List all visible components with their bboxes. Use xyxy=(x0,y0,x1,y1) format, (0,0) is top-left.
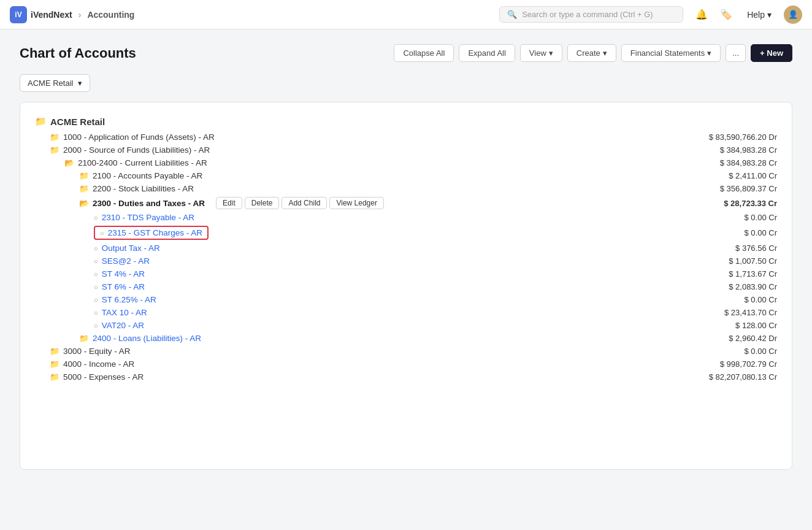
item-label: ST 4% - AR xyxy=(102,269,145,278)
item-link[interactable]: ST 6.25% - AR xyxy=(102,295,156,304)
item-amount: $ 998,702.79 Cr xyxy=(720,359,777,369)
page-actions: Collapse All Expand All View ▾ Create ▾ … xyxy=(394,44,792,62)
item-amount: $ 0.00 Cr xyxy=(745,295,777,304)
item-label: 2200 - Stock Liabilities - AR xyxy=(93,184,194,193)
create-button[interactable]: Create ▾ xyxy=(567,44,616,62)
avatar[interactable]: 👤 xyxy=(784,6,802,24)
view-button[interactable]: View ▾ xyxy=(520,44,562,62)
item-amount: $ 376.56 Cr xyxy=(735,244,777,253)
tree-row: 📁 1000 - Application of Funds (Assets) -… xyxy=(35,131,777,144)
folder-open-icon: 📂 xyxy=(79,199,89,208)
tree-row: 📁 4000 - Income - AR $ 998,702.79 Cr xyxy=(35,358,777,371)
folder-icon: 📁 xyxy=(50,145,59,155)
folder-icon: 📁 xyxy=(79,171,89,180)
item-link[interactable]: VAT20 - AR xyxy=(102,321,144,330)
edit-button[interactable]: Edit xyxy=(216,197,242,209)
module-name: Accounting xyxy=(87,10,134,20)
folder-icon: 📁 xyxy=(50,359,59,369)
item-amount: $ 2,960.42 Dr xyxy=(729,334,777,343)
item-amount: $ 356,809.37 Cr xyxy=(720,184,777,193)
item-link[interactable]: ST 6% - AR xyxy=(102,282,145,291)
item-amount: $ 0.00 Cr xyxy=(745,213,777,222)
tree-row: ○ ST 6% - AR $ 2,083.90 Cr xyxy=(35,280,777,293)
brand-name: iVendNext xyxy=(31,10,72,20)
company-selector[interactable]: ACME Retail ▾ xyxy=(20,74,90,92)
item-label: 2400 - Loans (Liabilities) - AR xyxy=(93,334,201,343)
item-label: 2300 - Duties and Taxes - AR xyxy=(93,199,205,208)
item-link[interactable]: 2400 - Loans (Liabilities) - AR xyxy=(93,334,201,343)
circle-icon: ○ xyxy=(100,229,104,237)
folder-icon: 📁 xyxy=(79,334,89,343)
item-label: 5000 - Expenses - AR xyxy=(63,372,144,382)
tree-row: 📂 2300 - Duties and Taxes - AR Edit Dele… xyxy=(35,195,777,211)
item-link[interactable]: Output Tax - AR xyxy=(102,244,160,253)
navbar: iV iVendNext › Accounting 🔍 Search or ty… xyxy=(0,0,812,29)
circle-icon: ○ xyxy=(94,245,98,252)
item-amount: $ 23,413.70 Cr xyxy=(724,308,777,317)
tree-row: 📁 5000 - Expenses - AR $ 82,207,080.13 C… xyxy=(35,371,777,383)
item-label: SES@2 - AR xyxy=(102,256,150,266)
new-button[interactable]: + New xyxy=(751,44,792,62)
collapse-all-button[interactable]: Collapse All xyxy=(394,44,454,62)
view-ledger-button[interactable]: View Ledger xyxy=(329,197,384,209)
item-label: 1000 - Application of Funds (Assets) - A… xyxy=(63,132,215,142)
item-label: ST 6% - AR xyxy=(102,282,145,291)
tree-row: 📁 2000 - Source of Funds (Liabilities) -… xyxy=(35,144,777,156)
tree-row: 📁 3000 - Equity - AR $ 0.00 Cr xyxy=(35,345,777,358)
item-amount: $ 83,590,766.20 Dr xyxy=(709,132,777,142)
circle-icon: ○ xyxy=(94,322,98,329)
circle-icon: ○ xyxy=(94,214,98,221)
tree-row: 📁 2400 - Loans (Liabilities) - AR $ 2,96… xyxy=(35,332,777,345)
notifications-icon[interactable]: 🔔 xyxy=(693,6,710,23)
item-link[interactable]: TAX 10 - AR xyxy=(102,308,147,317)
delete-button[interactable]: Delete xyxy=(245,197,280,209)
expand-all-button[interactable]: Expand All xyxy=(459,44,515,62)
root-label: ACME Retail xyxy=(50,117,105,127)
item-label: VAT20 - AR xyxy=(102,321,144,330)
view-chevron-icon: ▾ xyxy=(549,48,553,58)
help-chevron-icon: ▾ xyxy=(767,10,772,20)
item-label: 2100-2400 - Current Liabilities - AR xyxy=(78,158,207,167)
create-chevron-icon: ▾ xyxy=(603,48,607,58)
more-button[interactable]: ... xyxy=(726,44,746,62)
item-link[interactable]: ST 4% - AR xyxy=(102,269,145,278)
item-link[interactable]: SES@2 - AR xyxy=(102,256,150,266)
company-name: ACME Retail xyxy=(28,79,73,88)
search-bar[interactable]: 🔍 Search or type a command (Ctrl + G) xyxy=(499,6,683,23)
circle-icon: ○ xyxy=(94,309,98,317)
help-button[interactable]: Help ▾ xyxy=(742,7,776,22)
item-label: TAX 10 - AR xyxy=(102,308,147,317)
item-label: 3000 - Equity - AR xyxy=(63,347,131,356)
page-title: Chart of Accounts xyxy=(20,45,136,61)
app-logo: iV xyxy=(10,6,27,23)
circle-icon: ○ xyxy=(94,271,98,278)
folder-icon: 📁 xyxy=(50,132,59,142)
item-label: ST 6.25% - AR xyxy=(102,295,156,304)
item-label: 4000 - Income - AR xyxy=(63,359,134,369)
financial-statements-button[interactable]: Financial Statements ▾ xyxy=(621,44,721,62)
row-actions: Edit Delete Add Child View Ledger xyxy=(216,197,384,209)
item-amount: $ 2,083.90 Cr xyxy=(729,282,777,291)
circle-icon: ○ xyxy=(94,283,98,291)
main-content: Chart of Accounts Collapse All Expand Al… xyxy=(0,29,812,485)
item-label: Output Tax - AR xyxy=(102,244,160,253)
add-child-button[interactable]: Add Child xyxy=(282,197,327,209)
item-amount: $ 0.00 Cr xyxy=(745,228,777,237)
tree-container: 📁 ACME Retail 📁 1000 - Application of Fu… xyxy=(20,102,792,470)
item-amount: $ 384,983.28 Cr xyxy=(720,158,777,167)
item-link[interactable]: 2315 - GST Charges - AR xyxy=(108,228,202,237)
fs-chevron-icon: ▾ xyxy=(707,48,711,58)
root-folder-icon: 📁 xyxy=(35,116,47,127)
item-link[interactable]: 2310 - TDS Payable - AR xyxy=(102,213,194,222)
search-placeholder: Search or type a command (Ctrl + G) xyxy=(522,10,653,19)
tree-row: ○ TAX 10 - AR $ 23,413.70 Cr xyxy=(35,306,777,319)
folder-icon: 📁 xyxy=(50,372,59,382)
item-amount: $ 2,411.00 Cr xyxy=(729,171,777,180)
tree-row: ○ ST 4% - AR $ 1,713.67 Cr xyxy=(35,267,777,280)
search-icon: 🔍 xyxy=(507,10,517,19)
tree-root: 📁 ACME Retail xyxy=(35,112,777,131)
circle-icon: ○ xyxy=(94,258,98,265)
tags-icon[interactable]: 🏷️ xyxy=(718,6,735,23)
folder-icon: 📁 xyxy=(50,347,59,356)
company-chevron-icon: ▾ xyxy=(78,79,82,88)
